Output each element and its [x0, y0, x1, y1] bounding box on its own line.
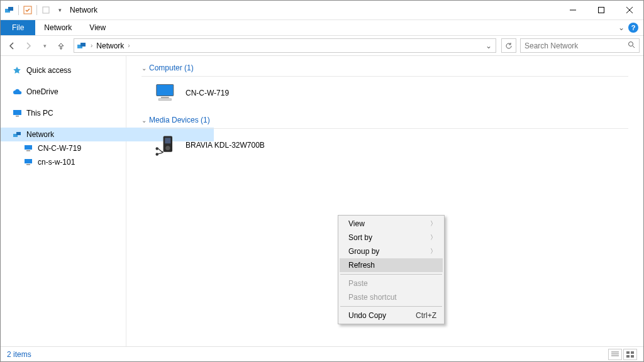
svg-rect-34	[626, 355, 630, 358]
network-icon	[77, 41, 87, 51]
computer-item[interactable]: CN-C-W-719	[142, 79, 628, 113]
refresh-button[interactable]	[501, 38, 516, 53]
navigation-pane: Quick access OneDrive This PC Network CN…	[1, 56, 126, 346]
qat-dropdown-icon[interactable]: ▾	[53, 4, 66, 16]
separator	[340, 306, 442, 307]
tab-view[interactable]: View	[80, 20, 114, 35]
search-input[interactable]: Search Network	[520, 38, 640, 53]
item-count: 2 items	[7, 350, 31, 359]
svg-point-10	[629, 42, 633, 47]
network-icon	[12, 129, 22, 140]
minimize-button[interactable]	[558, 1, 587, 19]
svg-rect-13	[16, 116, 19, 117]
ctx-label: Undo Copy	[348, 311, 386, 320]
ctx-shortcut: Ctrl+Z	[416, 311, 436, 320]
submenu-arrow-icon: 〉	[430, 219, 436, 228]
svg-point-27	[155, 147, 158, 150]
submenu-arrow-icon: 〉	[430, 247, 436, 256]
body: Quick access OneDrive This PC Network CN…	[1, 56, 643, 346]
file-tab[interactable]: File	[1, 20, 35, 35]
expand-ribbon-icon[interactable]: ⌄	[618, 23, 625, 32]
new-folder-icon[interactable]	[40, 4, 52, 16]
ctx-label: Refresh	[348, 261, 375, 270]
group-label: Computer (1)	[149, 63, 194, 72]
ctx-sort-by[interactable]: Sort by 〉	[340, 231, 443, 244]
svg-point-28	[155, 153, 158, 156]
nav-network-child[interactable]: CN-C-W-719	[1, 141, 126, 155]
quick-access-toolbar: ▾	[3, 4, 66, 16]
group-header-media[interactable]: ⌄ Media Devices (1)	[142, 113, 628, 129]
large-icons-view-button[interactable]	[623, 349, 637, 360]
svg-rect-12	[13, 110, 21, 115]
ctx-undo-copy[interactable]: Undo Copy Ctrl+Z	[340, 309, 443, 322]
separator	[18, 5, 19, 15]
submenu-arrow-icon: 〉	[430, 233, 436, 242]
nav-onedrive[interactable]: OneDrive	[1, 85, 126, 99]
media-player-icon	[155, 134, 178, 156]
nav-label: Network	[26, 130, 54, 139]
breadcrumb-chevron-icon[interactable]: ›	[91, 42, 92, 49]
ctx-label: Group by	[348, 247, 379, 256]
svg-rect-33	[631, 351, 634, 354]
svg-rect-20	[157, 85, 174, 96]
network-location-icon	[3, 4, 16, 16]
monitor-icon	[12, 108, 22, 118]
window-controls	[558, 1, 643, 19]
address-bar[interactable]: › Network › ⌄	[74, 38, 496, 53]
status-bar: 2 items	[1, 346, 643, 361]
ribbon: File Network View ⌄ ?	[1, 20, 643, 36]
up-button[interactable]	[53, 38, 69, 53]
context-menu: View 〉 Sort by 〉 Group by 〉 Refresh Past…	[338, 215, 445, 324]
back-button[interactable]	[4, 38, 19, 53]
computer-icon	[23, 157, 33, 167]
svg-rect-18	[25, 159, 32, 163]
view-mode-buttons	[608, 349, 637, 360]
separator	[340, 274, 442, 275]
svg-rect-35	[631, 355, 634, 358]
svg-rect-9	[80, 43, 86, 47]
media-device-item[interactable]: BRAVIA KDL-32W700B	[142, 131, 628, 165]
properties-icon[interactable]	[21, 4, 34, 16]
ctx-view[interactable]: View 〉	[340, 217, 443, 231]
ctx-group-by[interactable]: Group by 〉	[340, 244, 443, 258]
svg-rect-15	[16, 132, 21, 135]
nav-this-pc[interactable]: This PC	[1, 106, 126, 120]
maximize-button[interactable]	[587, 1, 615, 19]
nav-label: Quick access	[26, 66, 71, 75]
nav-network-child[interactable]: cn-s-w-101	[1, 155, 126, 169]
svg-rect-19	[26, 164, 30, 165]
breadcrumb-network[interactable]: Network	[96, 41, 124, 50]
svg-rect-23	[158, 99, 171, 101]
tab-network[interactable]: Network	[35, 20, 80, 35]
close-button[interactable]	[615, 1, 643, 19]
forward-button[interactable]	[21, 38, 36, 53]
address-dropdown-icon[interactable]: ⌄	[482, 41, 496, 50]
breadcrumb-chevron-icon[interactable]: ›	[128, 42, 130, 49]
ribbon-right: ⌄ ?	[618, 20, 643, 35]
collapse-icon[interactable]: ⌄	[142, 117, 147, 124]
item-label: BRAVIA KDL-32W700B	[186, 141, 265, 150]
group-label: Media Devices (1)	[149, 116, 210, 124]
collapse-icon[interactable]: ⌄	[142, 65, 147, 72]
svg-point-26	[165, 146, 170, 150]
ctx-refresh[interactable]: Refresh	[340, 258, 443, 272]
svg-line-11	[633, 46, 635, 48]
svg-rect-16	[25, 145, 32, 150]
nav-label: This PC	[26, 109, 53, 118]
nav-quick-access[interactable]: Quick access	[1, 63, 126, 77]
ctx-label: Paste	[348, 279, 368, 288]
details-view-button[interactable]	[608, 349, 622, 360]
ctx-label: Paste shortcut	[348, 293, 397, 302]
help-icon[interactable]: ?	[628, 23, 638, 33]
recent-locations-button[interactable]: ▾	[37, 38, 52, 53]
svg-rect-1	[8, 7, 13, 11]
svg-rect-22	[161, 97, 169, 98]
explorer-window: ▾ Network File Network View ⌄ ? ▾	[0, 0, 644, 362]
svg-rect-32	[626, 351, 630, 354]
star-icon	[12, 65, 22, 75]
item-label: CN-C-W-719	[186, 89, 229, 97]
window-title: Network	[70, 6, 97, 14]
nav-label: OneDrive	[26, 87, 58, 96]
search-icon	[628, 41, 635, 50]
group-header-computer[interactable]: ⌄ Computer (1)	[142, 61, 628, 77]
